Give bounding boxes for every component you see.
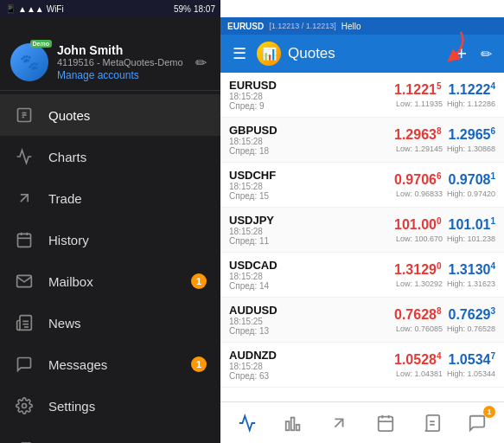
journal-label: Journal (48, 440, 91, 444)
quote-time: 18:15:28 (229, 272, 394, 281)
left-panel: 📱 ▲▲▲ WiFi 59% 18:07 🐾 Demo John Smith 4… (0, 0, 220, 443)
quote-time: 18:15:28 (229, 182, 394, 191)
top-bar-prices: [1.12213 / 1.12213] (269, 22, 336, 30)
svg-rect-24 (378, 416, 392, 431)
quote-spread: Спред: 15 (229, 191, 394, 201)
user-info: John Smith 4119516 - MetaQuotes-Demo Man… (57, 43, 192, 81)
trade-icon (14, 188, 35, 209)
status-bar-left: 📱 ▲▲▲ WiFi (5, 4, 64, 14)
sidebar-item-journal[interactable]: Journal (0, 427, 220, 443)
quotes-header-title: Quotes (288, 45, 445, 62)
sidebar-item-mailbox[interactable]: Mailbox 1 (0, 260, 220, 302)
quote-symbol: USDJPY (229, 214, 394, 227)
quotes-icon (14, 105, 35, 125)
quote-left-gbpusd: GBPUSD 18:15:28 Спред: 18 (229, 124, 394, 156)
tab-history[interactable] (362, 402, 408, 443)
quote-row-audusd[interactable]: AUDUSD 18:15:25 Спред: 13 0.76288 0.7629… (220, 298, 504, 343)
bid-price: 0.97066 (394, 171, 442, 188)
low-high: Low: 100.670 High: 101.238 (396, 234, 495, 243)
news-icon (14, 312, 35, 333)
mailbox-badge: 1 (191, 273, 207, 289)
svg-rect-20 (286, 421, 290, 430)
manage-accounts-link[interactable]: Manage accounts (57, 69, 192, 81)
svg-rect-5 (18, 234, 31, 247)
ask-price: 1.12224 (449, 81, 496, 98)
quote-row-usdjpy[interactable]: USDJPY 18:15:28 Спред: 11 101.000 101.01… (220, 208, 504, 253)
battery-level: 59% (174, 4, 191, 14)
quote-time: 18:15:28 (229, 92, 394, 101)
quote-spread: Спред: 14 (229, 281, 394, 291)
mailbox-label: Mailbox (48, 274, 93, 289)
low-high: Low: 0.96833 High: 0.97420 (396, 189, 495, 198)
quotes-list: EURUSD 18:15:28 Спред: 9 1.12215 1.12224… (220, 73, 504, 401)
avatar: 🐾 Demo (10, 43, 48, 81)
low-high: Low: 1.29145 High: 1.30868 (396, 144, 495, 153)
edit-profile-button[interactable]: ✏ (192, 51, 210, 74)
quote-left-usdchf: USDCHF 18:15:28 Спред: 15 (229, 169, 394, 201)
quote-symbol: EURUSD (229, 79, 394, 92)
quote-row-audnzd[interactable]: AUDNZD 18:15:28 Спред: 63 1.05284 1.0534… (220, 343, 504, 388)
wifi-icon: WiFi (47, 4, 64, 14)
tab-messages[interactable]: 1 (455, 402, 501, 443)
quote-left-usdcad: USDCAD 18:15:28 Спред: 14 (229, 259, 394, 291)
user-section: 🐾 Demo John Smith 4119516 - MetaQuotes-D… (0, 35, 220, 91)
quote-symbol: AUDNZD (229, 349, 394, 362)
messages-label: Messages (48, 357, 107, 372)
quote-prices-audnzd: 1.05284 1.05347 Low: 1.04381 High: 1.053… (394, 351, 495, 378)
ask-price: 1.05347 (449, 351, 496, 368)
top-bar-label: Hello (341, 22, 361, 31)
quote-left-audusd: AUDUSD 18:15:25 Спред: 13 (229, 304, 394, 336)
right-panel: EURUSD [1.12213 / 1.12213] Hello ☰ 📊 Quo… (220, 0, 504, 443)
trade-label: Trade (48, 191, 82, 206)
sidebar-item-trade[interactable]: Trade (0, 177, 220, 219)
tab-charts[interactable] (270, 402, 316, 443)
clock: 18:07 (194, 4, 215, 14)
quote-row-usdcad[interactable]: USDCAD 18:15:28 Спред: 14 1.31290 1.3130… (220, 253, 504, 298)
quote-prices-gbpusd: 1.29638 1.29656 Low: 1.29145 High: 1.308… (394, 126, 495, 153)
quote-symbol: GBPUSD (229, 124, 394, 137)
tab-news[interactable] (408, 402, 454, 443)
quote-left-eurusd: EURUSD 18:15:28 Спред: 9 (229, 79, 394, 111)
quote-left-usdjpy: USDJPY 18:15:28 Спред: 11 (229, 214, 394, 246)
tab-quotes[interactable] (224, 402, 270, 443)
sidebar-item-messages[interactable]: Messages 1 (0, 343, 220, 385)
sidebar-item-charts[interactable]: Charts (0, 136, 220, 177)
svg-rect-22 (297, 424, 300, 429)
quotes-label: Quotes (48, 108, 90, 123)
bid-price: 1.12215 (394, 81, 442, 98)
low-high: Low: 0.76085 High: 0.76528 (396, 324, 495, 333)
sidebar-item-quotes[interactable]: Quotes (0, 94, 220, 136)
ask-price: 1.31304 (449, 261, 496, 278)
quote-prices-audusd: 0.76288 0.76293 Low: 0.76085 High: 0.765… (394, 306, 495, 333)
quote-row-gbpusd[interactable]: GBPUSD 18:15:28 Спред: 18 1.29638 1.2965… (220, 118, 504, 163)
sidebar-item-news[interactable]: News (0, 302, 220, 343)
svg-rect-21 (291, 417, 295, 430)
quote-time: 18:15:28 (229, 137, 394, 146)
sidebar-item-history[interactable]: History (0, 219, 220, 260)
bid-price: 0.76288 (394, 306, 442, 323)
edit-quotes-button[interactable]: ✏ (477, 42, 495, 66)
quote-spread: Спред: 11 (229, 236, 394, 246)
user-account: 4119516 - MetaQuotes-Demo (57, 57, 192, 67)
quote-time: 18:15:28 (229, 227, 394, 236)
svg-point-12 (22, 404, 27, 408)
quote-row-usdchf[interactable]: USDCHF 18:15:28 Спред: 15 0.97066 0.9708… (220, 163, 504, 208)
quote-time: 18:15:25 (229, 317, 394, 326)
quote-symbol: AUDUSD (229, 304, 394, 317)
sidebar-item-settings[interactable]: Settings (0, 385, 220, 427)
quote-prices-usdcad: 1.31290 1.31304 Low: 1.30292 High: 1.316… (394, 261, 495, 288)
ask-price: 101.011 (449, 216, 496, 233)
quote-spread: Спред: 9 (229, 101, 394, 111)
quote-time: 18:15:28 (229, 362, 394, 371)
mailbox-icon (14, 271, 35, 292)
low-high: Low: 1.04381 High: 1.05344 (396, 369, 495, 378)
journal-icon (14, 437, 35, 443)
quote-prices-usdjpy: 101.000 101.011 Low: 100.670 High: 101.2… (394, 216, 495, 243)
svg-line-4 (21, 195, 28, 202)
hamburger-button[interactable]: ☰ (229, 41, 250, 67)
status-bar: 📱 ▲▲▲ WiFi 59% 18:07 (0, 0, 220, 17)
demo-badge: Demo (30, 40, 52, 48)
tab-trade[interactable] (316, 402, 362, 443)
quote-row-eurusd[interactable]: EURUSD 18:15:28 Спред: 9 1.12215 1.12224… (220, 73, 504, 118)
bid-price: 1.31290 (394, 261, 442, 278)
